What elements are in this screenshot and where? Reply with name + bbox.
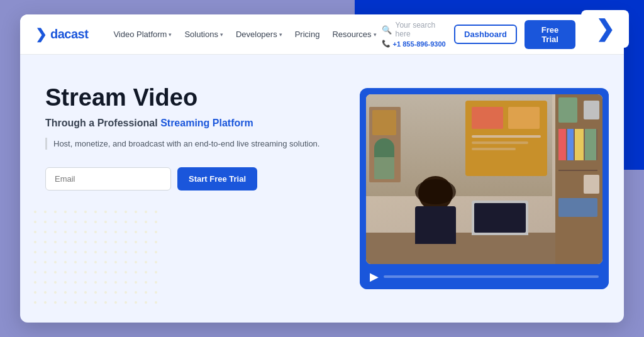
shelf-divider <box>558 170 597 171</box>
plant-top <box>374 138 394 157</box>
hero-left: Stream Video Through a Professional Stre… <box>20 55 360 323</box>
phone-number: +1 855-896-9300 <box>393 40 446 48</box>
shelf-frame <box>584 101 599 119</box>
left-shelf <box>369 107 401 182</box>
search-area: 🔍 Your search here 📞 +1 855-896-9300 <box>382 21 447 48</box>
shelf-item-2 <box>558 198 597 217</box>
bookshelf <box>555 94 602 264</box>
dashboard-button[interactable]: Dashboard <box>454 25 517 44</box>
chevron-down-icon: ▾ <box>374 31 377 38</box>
search-placeholder: Your search here <box>396 21 447 38</box>
hero-subtitle-static: Through a Professional <box>45 118 160 128</box>
corkboard-item-1 <box>472 107 503 129</box>
corkboard-line-3 <box>472 148 516 150</box>
nav-item-pricing[interactable]: Pricing <box>290 27 325 41</box>
book-3 <box>575 129 584 160</box>
curly-hair <box>415 179 456 204</box>
hero-right: ▶ <box>360 55 624 323</box>
chevron-down-icon: ▾ <box>220 31 223 38</box>
play-icon[interactable]: ▶ <box>370 270 379 284</box>
book-2 <box>567 129 574 160</box>
phone-line: 📞 +1 855-896-9300 <box>382 40 447 48</box>
dot-pattern <box>33 209 158 310</box>
shelf-books <box>558 129 597 160</box>
search-top[interactable]: 🔍 Your search here <box>382 21 447 38</box>
logo-icon-box: ❯ <box>581 10 629 48</box>
start-free-trial-button[interactable]: Start Free Trial <box>177 167 257 191</box>
chevron-down-icon: ▾ <box>169 31 172 38</box>
nav-right: 🔍 Your search here 📞 +1 855-896-9300 Das… <box>382 20 609 49</box>
hero-section: Stream Video Through a Professional Stre… <box>20 55 624 323</box>
person <box>412 176 462 239</box>
nav-logo[interactable]: ❯ dacast <box>35 26 88 43</box>
nav-item-video-platform[interactable]: Video Platform ▾ <box>108 27 177 41</box>
main-card: ❯ dacast Video Platform ▾ Solutions ▾ De… <box>20 14 624 323</box>
book-4 <box>585 129 596 160</box>
corkboard-line <box>472 135 541 138</box>
book-1 <box>558 129 566 160</box>
chevron-down-icon: ▾ <box>279 31 282 38</box>
shelf-frame-2 <box>584 175 599 194</box>
hero-title: Stream Video <box>45 85 335 111</box>
svg-rect-1 <box>33 209 158 310</box>
navbar: ❯ dacast Video Platform ▾ Solutions ▾ De… <box>20 14 624 55</box>
phone-icon: 📞 <box>382 40 391 48</box>
email-input[interactable] <box>45 167 171 191</box>
corkboard-item-2 <box>508 107 540 129</box>
nav-item-resources[interactable]: Resources ▾ <box>327 27 381 41</box>
outer-background: ❯ ❯ dacast Video Platform ▾ Solutions ▾ <box>0 0 644 337</box>
corkboard-line-2 <box>472 141 528 144</box>
video-scene <box>366 94 602 264</box>
hero-description: Host, monetize, and broadcast with an en… <box>45 138 335 150</box>
video-container: ▶ <box>360 88 609 289</box>
nav-item-solutions[interactable]: Solutions ▾ <box>179 27 228 41</box>
corkboard <box>465 101 547 176</box>
logo-icon-chevron: ❯ <box>596 18 614 40</box>
hero-subtitle: Through a Professional Streaming Platfor… <box>45 118 335 129</box>
nav-item-developers[interactable]: Developers ▾ <box>231 27 287 41</box>
video-controls-bar: ▶ <box>360 264 609 289</box>
video-progress-bar[interactable] <box>384 275 599 278</box>
logo-chevron-icon: ❯ <box>35 26 47 43</box>
laptop-screen <box>474 203 526 233</box>
free-trial-nav-button[interactable]: Free Trial <box>525 20 575 49</box>
vase <box>372 110 396 135</box>
hero-subtitle-blue: Streaming Platform <box>160 118 253 128</box>
laptop <box>472 201 528 235</box>
logo-text: dacast <box>50 27 88 41</box>
search-icon: 🔍 <box>382 25 392 35</box>
body <box>415 206 456 244</box>
hero-form: Start Free Trial <box>45 167 335 191</box>
nav-links: Video Platform ▾ Solutions ▾ Developers … <box>108 27 381 41</box>
video-inner <box>366 94 602 264</box>
shelf-plant <box>558 97 577 123</box>
books-left <box>374 157 394 179</box>
